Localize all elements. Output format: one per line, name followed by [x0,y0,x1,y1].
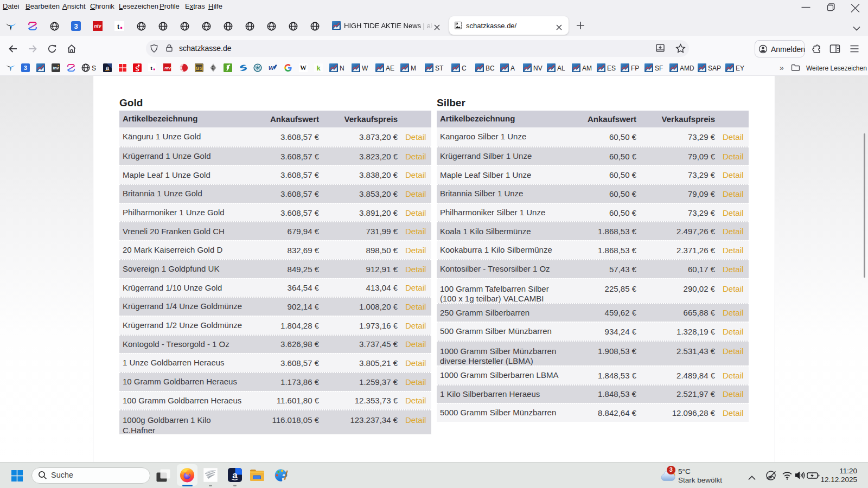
svg-text:3: 3 [74,22,78,30]
svg-text:ntv: ntv [164,66,171,70]
svg-text:3: 3 [24,65,27,71]
svg-text:ntv: ntv [94,23,102,29]
svg-text:a: a [232,470,238,480]
svg-text:GS: GS [195,66,202,71]
svg-text:w: w [269,63,275,71]
svg-text:a: a [106,65,109,71]
svg-text:k: k [316,64,321,72]
svg-text:t: t [150,65,152,71]
svg-text:W: W [300,64,307,72]
